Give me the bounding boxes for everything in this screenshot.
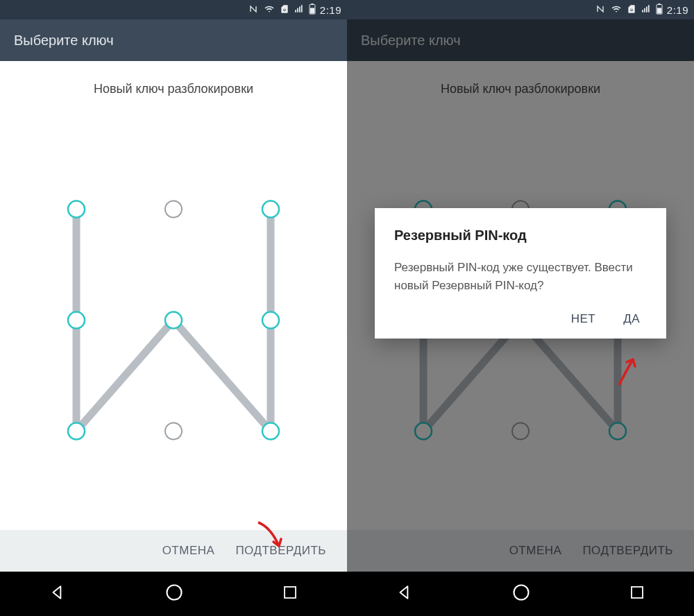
svg-point-11 bbox=[165, 423, 182, 440]
dialog-no-button[interactable]: НЕТ bbox=[571, 312, 596, 326]
svg-point-5 bbox=[165, 201, 182, 218]
status-time: 2:19 bbox=[320, 4, 341, 16]
home-button[interactable] bbox=[511, 583, 531, 605]
nfc-icon bbox=[595, 3, 606, 17]
recent-apps-button[interactable] bbox=[629, 584, 645, 604]
status-icons bbox=[248, 3, 316, 17]
svg-rect-18 bbox=[657, 8, 661, 13]
svg-rect-2 bbox=[311, 3, 313, 5]
sim-icon bbox=[280, 3, 289, 17]
status-icons bbox=[595, 3, 663, 17]
wifi-icon bbox=[263, 4, 276, 16]
instruction-text: Новый ключ разблокировки bbox=[0, 61, 347, 110]
status-time: 2:19 bbox=[667, 4, 688, 16]
status-bar: 2:19 bbox=[347, 0, 694, 19]
svg-point-12 bbox=[262, 423, 279, 440]
svg-point-6 bbox=[262, 201, 279, 218]
status-bar: 2:19 bbox=[0, 0, 347, 19]
signal-icon bbox=[294, 4, 305, 16]
dialog-body: Резервный PIN-код уже существует. Ввести… bbox=[394, 259, 647, 294]
battery-icon bbox=[309, 3, 316, 17]
app-title: Выберите ключ bbox=[14, 33, 114, 49]
svg-rect-14 bbox=[285, 587, 296, 598]
dialog-actions: НЕТ ДА bbox=[394, 312, 647, 326]
dialog-yes-button[interactable]: ДА bbox=[623, 312, 640, 326]
app-bar: Выберите ключ bbox=[0, 19, 347, 61]
svg-rect-29 bbox=[632, 587, 643, 598]
svg-rect-17 bbox=[658, 3, 660, 5]
recent-apps-button[interactable] bbox=[282, 584, 298, 604]
pattern-svg bbox=[0, 110, 347, 530]
footer-buttons: ОТМЕНА ПОДТВЕРДИТЬ bbox=[0, 530, 347, 572]
svg-point-4 bbox=[68, 201, 85, 218]
phone-screen-left: 2:19 Выберите ключ Новый ключ разблокиро… bbox=[0, 0, 347, 616]
navigation-bar bbox=[347, 572, 694, 616]
navigation-bar bbox=[0, 572, 347, 616]
svg-point-28 bbox=[514, 585, 528, 600]
back-button[interactable] bbox=[49, 583, 67, 604]
cancel-button[interactable]: ОТМЕНА bbox=[162, 544, 215, 558]
dialog-title: Резервный PIN-код bbox=[394, 228, 647, 243]
pattern-lock-area[interactable] bbox=[0, 110, 347, 530]
wifi-icon bbox=[610, 4, 623, 16]
confirm-button[interactable]: ПОДТВЕРДИТЬ bbox=[235, 544, 326, 558]
svg-point-8 bbox=[165, 312, 182, 329]
content-area: Новый ключ разблокировки bbox=[0, 61, 347, 530]
signal-icon bbox=[641, 4, 652, 16]
backup-pin-dialog: Резервный PIN-код Резервный PIN-код уже … bbox=[375, 208, 666, 339]
sim-icon bbox=[627, 3, 636, 17]
svg-point-7 bbox=[68, 312, 85, 329]
svg-point-9 bbox=[262, 312, 279, 329]
nfc-icon bbox=[248, 3, 259, 17]
svg-point-13 bbox=[167, 585, 181, 600]
back-button[interactable] bbox=[396, 583, 414, 604]
home-button[interactable] bbox=[164, 583, 184, 605]
battery-icon bbox=[656, 3, 663, 17]
svg-rect-3 bbox=[310, 8, 314, 13]
svg-point-10 bbox=[68, 423, 85, 440]
phone-screen-right: 2:19 Выберите ключ Новый ключ разблокиро… bbox=[347, 0, 694, 616]
